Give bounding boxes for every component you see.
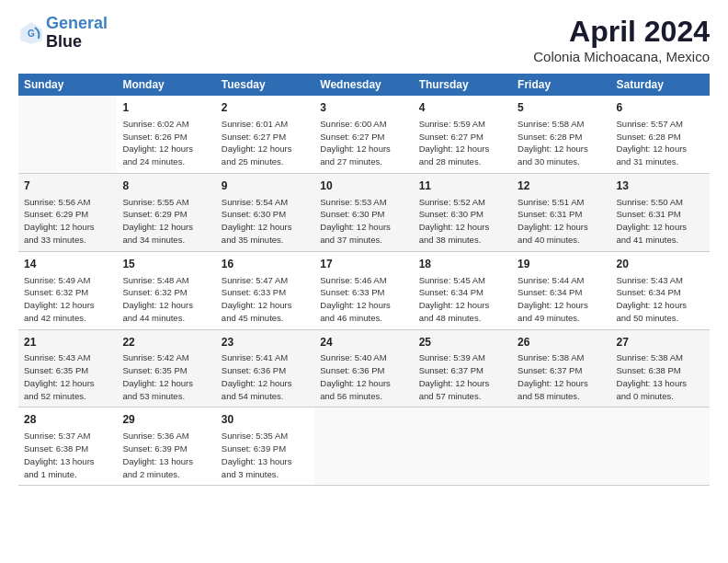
day-cell bbox=[414, 408, 512, 486]
day-cell bbox=[512, 408, 610, 486]
day-cell: 19Sunrise: 5:44 AM Sunset: 6:34 PM Dayli… bbox=[512, 251, 610, 329]
day-cell: 21Sunrise: 5:43 AM Sunset: 6:35 PM Dayli… bbox=[18, 329, 117, 408]
day-cell: 10Sunrise: 5:53 AM Sunset: 6:30 PM Dayli… bbox=[314, 173, 413, 251]
day-number: 8 bbox=[122, 178, 210, 194]
day-cell: 15Sunrise: 5:48 AM Sunset: 6:32 PM Dayli… bbox=[117, 251, 215, 329]
day-info: Sunrise: 5:44 AM Sunset: 6:34 PM Dayligh… bbox=[518, 274, 605, 325]
day-cell: 2Sunrise: 6:01 AM Sunset: 6:27 PM Daylig… bbox=[216, 96, 314, 173]
day-info: Sunrise: 5:48 AM Sunset: 6:32 PM Dayligh… bbox=[122, 274, 210, 325]
col-header-friday: Friday bbox=[512, 74, 610, 96]
day-cell: 25Sunrise: 5:39 AM Sunset: 6:37 PM Dayli… bbox=[414, 329, 512, 408]
day-info: Sunrise: 5:53 AM Sunset: 6:30 PM Dayligh… bbox=[320, 196, 407, 247]
day-number: 29 bbox=[122, 412, 210, 428]
page: G General Blue April 2024 Colonia Michoa… bbox=[0, 0, 728, 500]
day-cell: 17Sunrise: 5:46 AM Sunset: 6:33 PM Dayli… bbox=[314, 251, 413, 329]
day-cell: 13Sunrise: 5:50 AM Sunset: 6:31 PM Dayli… bbox=[611, 173, 710, 251]
day-cell bbox=[611, 408, 710, 486]
location-subtitle: Colonia Michoacana, Mexico bbox=[533, 49, 710, 64]
day-number: 20 bbox=[617, 257, 704, 272]
day-number: 19 bbox=[518, 257, 605, 272]
title-block: April 2024 Colonia Michoacana, Mexico bbox=[533, 15, 710, 64]
day-info: Sunrise: 5:37 AM Sunset: 6:38 PM Dayligh… bbox=[24, 430, 111, 480]
day-number: 6 bbox=[617, 100, 704, 116]
day-number: 28 bbox=[24, 412, 111, 428]
day-cell: 24Sunrise: 5:40 AM Sunset: 6:36 PM Dayli… bbox=[314, 329, 413, 408]
logo-general: General bbox=[46, 14, 108, 32]
week-row-5: 28Sunrise: 5:37 AM Sunset: 6:38 PM Dayli… bbox=[18, 408, 710, 486]
day-cell: 1Sunrise: 6:02 AM Sunset: 6:26 PM Daylig… bbox=[117, 96, 215, 173]
day-info: Sunrise: 5:49 AM Sunset: 6:32 PM Dayligh… bbox=[24, 274, 111, 325]
day-info: Sunrise: 6:00 AM Sunset: 6:27 PM Dayligh… bbox=[320, 118, 407, 168]
day-info: Sunrise: 5:54 AM Sunset: 6:30 PM Dayligh… bbox=[222, 196, 309, 247]
col-header-tuesday: Tuesday bbox=[216, 74, 314, 96]
day-cell: 16Sunrise: 5:47 AM Sunset: 6:33 PM Dayli… bbox=[216, 251, 314, 329]
month-title: April 2024 bbox=[533, 15, 710, 49]
logo-text: General Blue bbox=[46, 15, 108, 52]
day-info: Sunrise: 5:40 AM Sunset: 6:36 PM Dayligh… bbox=[320, 351, 407, 402]
day-cell: 28Sunrise: 5:37 AM Sunset: 6:38 PM Dayli… bbox=[18, 408, 117, 486]
day-info: Sunrise: 5:55 AM Sunset: 6:29 PM Dayligh… bbox=[122, 196, 210, 247]
col-header-saturday: Saturday bbox=[611, 74, 710, 96]
day-cell: 5Sunrise: 5:58 AM Sunset: 6:28 PM Daylig… bbox=[512, 96, 610, 173]
day-info: Sunrise: 5:38 AM Sunset: 6:37 PM Dayligh… bbox=[518, 351, 605, 402]
day-number: 7 bbox=[24, 178, 111, 194]
day-cell: 30Sunrise: 5:35 AM Sunset: 6:39 PM Dayli… bbox=[216, 408, 314, 486]
day-cell: 29Sunrise: 5:36 AM Sunset: 6:39 PM Dayli… bbox=[117, 408, 215, 486]
day-info: Sunrise: 5:59 AM Sunset: 6:27 PM Dayligh… bbox=[419, 118, 506, 168]
day-number: 4 bbox=[419, 100, 506, 116]
day-cell: 11Sunrise: 5:52 AM Sunset: 6:30 PM Dayli… bbox=[414, 173, 512, 251]
day-number: 14 bbox=[24, 257, 111, 272]
week-row-4: 21Sunrise: 5:43 AM Sunset: 6:35 PM Dayli… bbox=[18, 329, 710, 408]
day-number: 5 bbox=[518, 100, 605, 116]
day-cell: 12Sunrise: 5:51 AM Sunset: 6:31 PM Dayli… bbox=[512, 173, 610, 251]
week-row-3: 14Sunrise: 5:49 AM Sunset: 6:32 PM Dayli… bbox=[18, 251, 710, 329]
day-cell: 8Sunrise: 5:55 AM Sunset: 6:29 PM Daylig… bbox=[117, 173, 215, 251]
day-cell: 9Sunrise: 5:54 AM Sunset: 6:30 PM Daylig… bbox=[216, 173, 314, 251]
day-cell: 14Sunrise: 5:49 AM Sunset: 6:32 PM Dayli… bbox=[18, 251, 117, 329]
day-cell: 18Sunrise: 5:45 AM Sunset: 6:34 PM Dayli… bbox=[414, 251, 512, 329]
day-info: Sunrise: 5:47 AM Sunset: 6:33 PM Dayligh… bbox=[222, 274, 309, 325]
col-header-thursday: Thursday bbox=[414, 74, 512, 96]
day-info: Sunrise: 5:46 AM Sunset: 6:33 PM Dayligh… bbox=[320, 274, 407, 325]
day-cell: 4Sunrise: 5:59 AM Sunset: 6:27 PM Daylig… bbox=[414, 96, 512, 173]
day-number: 15 bbox=[122, 257, 210, 272]
day-cell: 26Sunrise: 5:38 AM Sunset: 6:37 PM Dayli… bbox=[512, 329, 610, 408]
day-cell: 3Sunrise: 6:00 AM Sunset: 6:27 PM Daylig… bbox=[314, 96, 413, 173]
day-number: 12 bbox=[518, 178, 605, 194]
day-info: Sunrise: 5:42 AM Sunset: 6:35 PM Dayligh… bbox=[122, 351, 210, 402]
svg-text:G: G bbox=[28, 29, 35, 39]
day-number: 16 bbox=[222, 257, 309, 272]
day-info: Sunrise: 5:41 AM Sunset: 6:36 PM Dayligh… bbox=[222, 351, 309, 402]
day-cell: 22Sunrise: 5:42 AM Sunset: 6:35 PM Dayli… bbox=[117, 329, 215, 408]
day-info: Sunrise: 6:01 AM Sunset: 6:27 PM Dayligh… bbox=[222, 118, 309, 168]
header: G General Blue April 2024 Colonia Michoa… bbox=[18, 15, 710, 64]
logo-icon: G bbox=[18, 20, 44, 46]
day-number: 22 bbox=[122, 335, 210, 350]
day-number: 3 bbox=[320, 100, 407, 116]
day-number: 1 bbox=[122, 100, 210, 116]
day-number: 27 bbox=[617, 335, 704, 350]
day-cell: 23Sunrise: 5:41 AM Sunset: 6:36 PM Dayli… bbox=[216, 329, 314, 408]
day-cell bbox=[314, 408, 413, 486]
day-number: 30 bbox=[222, 412, 309, 428]
day-info: Sunrise: 5:51 AM Sunset: 6:31 PM Dayligh… bbox=[518, 196, 605, 247]
day-number: 26 bbox=[518, 335, 605, 350]
day-number: 11 bbox=[419, 178, 506, 194]
logo: G General Blue bbox=[18, 15, 108, 52]
day-info: Sunrise: 5:50 AM Sunset: 6:31 PM Dayligh… bbox=[617, 196, 704, 247]
day-info: Sunrise: 6:02 AM Sunset: 6:26 PM Dayligh… bbox=[122, 118, 210, 168]
day-cell: 27Sunrise: 5:38 AM Sunset: 6:38 PM Dayli… bbox=[611, 329, 710, 408]
day-number: 24 bbox=[320, 335, 407, 350]
day-number: 21 bbox=[24, 335, 111, 350]
day-info: Sunrise: 5:43 AM Sunset: 6:35 PM Dayligh… bbox=[24, 351, 111, 402]
logo-blue: Blue bbox=[46, 32, 82, 51]
day-info: Sunrise: 5:35 AM Sunset: 6:39 PM Dayligh… bbox=[222, 430, 309, 480]
day-info: Sunrise: 5:56 AM Sunset: 6:29 PM Dayligh… bbox=[24, 196, 111, 247]
day-cell: 7Sunrise: 5:56 AM Sunset: 6:29 PM Daylig… bbox=[18, 173, 117, 251]
day-number: 9 bbox=[222, 178, 309, 194]
day-info: Sunrise: 5:39 AM Sunset: 6:37 PM Dayligh… bbox=[419, 351, 506, 402]
day-info: Sunrise: 5:57 AM Sunset: 6:28 PM Dayligh… bbox=[617, 118, 704, 168]
col-header-monday: Monday bbox=[117, 74, 215, 96]
day-cell: 20Sunrise: 5:43 AM Sunset: 6:34 PM Dayli… bbox=[611, 251, 710, 329]
day-cell: 6Sunrise: 5:57 AM Sunset: 6:28 PM Daylig… bbox=[611, 96, 710, 173]
